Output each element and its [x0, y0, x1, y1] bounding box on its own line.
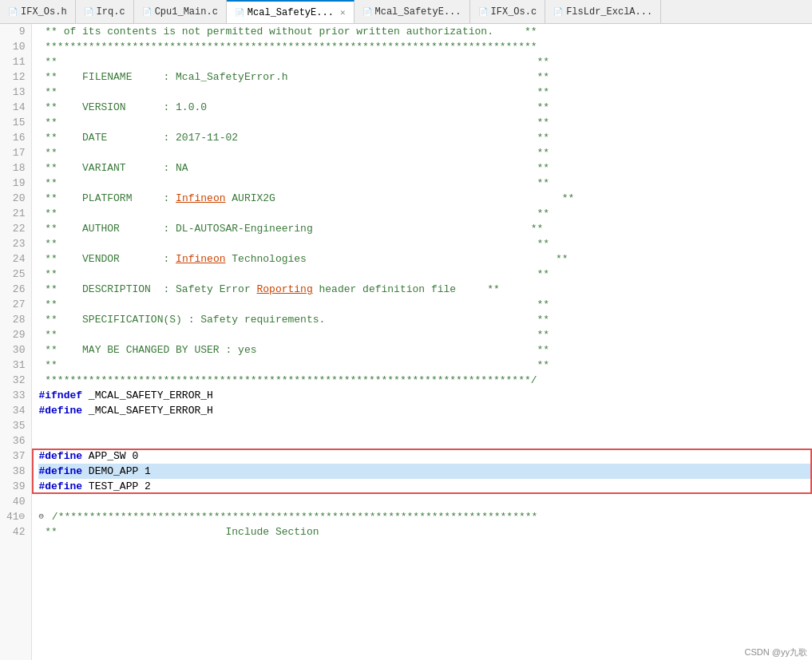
code-area: 9 10 11 12 13 14 15 16 17 18 19 20 21 22…: [0, 24, 812, 660]
tab-cpu1-main-c[interactable]: 📄 Cpu1_Main.c: [134, 0, 227, 23]
tab-irq-c[interactable]: 📄 Irq.c: [76, 0, 134, 23]
line-24-link-infineon[interactable]: Infineon: [176, 251, 225, 267]
line-15-text: ** **: [38, 115, 549, 130]
tab-label: Cpu1_Main.c: [155, 6, 218, 18]
code-line-28: ** SPECIFICATION(S) : Safety requirement…: [38, 312, 812, 327]
tab-label: Irq.c: [97, 6, 125, 18]
line-num-36: 36: [6, 433, 25, 449]
code-line-39: #define TEST_APP 2: [38, 479, 812, 494]
line-24-text: ** VENDOR :: [38, 251, 176, 267]
code-line-32: ****************************************…: [38, 373, 812, 388]
line-29-text: ** **: [38, 327, 549, 342]
tab-flsldr-excla[interactable]: 📄 FlsLdr_ExclA...: [545, 0, 661, 23]
line-41-text: /***************************************…: [46, 509, 537, 524]
line-38-nm: DEMO_APP 1: [82, 464, 151, 479]
tab-icon-h: 📄: [235, 8, 244, 18]
line-num-35: 35: [6, 418, 25, 433]
line-num-18: 18: [6, 160, 25, 176]
line-num-30: 30: [6, 342, 25, 358]
editor-container: 📄 IFX_Os.h 📄 Irq.c 📄 Cpu1_Main.c 📄 Mcal_…: [0, 0, 812, 660]
tab-bar: 📄 IFX_Os.h 📄 Irq.c 📄 Cpu1_Main.c 📄 Mcal_…: [0, 0, 812, 24]
line-num-41: 41⊖: [6, 509, 25, 524]
code-line-15: ** **: [38, 115, 812, 130]
tab-label: IFX_Os.h: [21, 6, 67, 18]
code-line-33: #ifndef _MCAL_SAFETY_ERROR_H: [38, 388, 812, 403]
line-21-text: ** **: [38, 206, 549, 221]
code-line-25: ** **: [38, 267, 812, 282]
line-num-19: 19: [6, 176, 25, 191]
line-17-text: ** **: [38, 145, 549, 160]
line-24-text2: Technologies **: [226, 251, 568, 267]
line-37-define: #define: [38, 449, 82, 464]
line-13-text: ** **: [38, 85, 549, 100]
line-num-13: 13: [6, 85, 25, 100]
line-33-nm: _MCAL_SAFETY_ERROR_H: [82, 388, 213, 403]
tab-label: Mcal_SafetyE...: [248, 7, 334, 18]
line-num-20: 20: [6, 191, 25, 206]
watermark: CSDN @yy九歌: [745, 646, 807, 658]
line-40-blank: [38, 494, 45, 509]
code-line-12: ** FILENAME : Mcal_SafetyError.h **: [38, 69, 812, 85]
line-num-33: 33: [6, 388, 25, 403]
code-line-42: ** Include Section: [38, 524, 812, 539]
line-num-38: 38: [6, 464, 25, 479]
line-32-text: ****************************************…: [38, 373, 537, 388]
line-num-29: 29: [6, 327, 25, 342]
line-9-text: ** of its contents is not permitted with…: [38, 24, 537, 39]
line-12-text: ** FILENAME : Mcal_SafetyError.h **: [38, 69, 549, 85]
line-num-21: 21: [6, 206, 25, 221]
tab-icon-c: 📄: [553, 7, 563, 17]
tab-icon-c: 📄: [478, 7, 488, 17]
line-37-nm: APP_SW 0: [82, 449, 138, 464]
code-line-19: ** **: [38, 176, 812, 191]
tab-mcal-safety-e2[interactable]: 📄 Mcal_SafetyE...: [355, 0, 470, 23]
tab-icon-h: 📄: [8, 7, 18, 17]
line-20-link-infineon[interactable]: Infineon: [176, 191, 225, 206]
code-line-29: ** **: [38, 327, 812, 342]
tab-label: IFX_Os.c: [491, 6, 537, 18]
code-content[interactable]: ** of its contents is not permitted with…: [32, 24, 812, 660]
line-num-34: 34: [6, 403, 25, 418]
line-27-text: ** **: [38, 297, 549, 312]
tab-icon-c: 📄: [84, 7, 93, 17]
tab-label: Mcal_SafetyE...: [375, 6, 461, 18]
fold-icon[interactable]: ⊖: [38, 509, 44, 524]
code-line-26: ** DESCRIPTION : Safety Error Roporting …: [38, 282, 812, 297]
code-line-36: [38, 433, 812, 449]
line-39-nm: TEST_APP 2: [82, 479, 151, 494]
tab-icon-h: 📄: [362, 7, 372, 17]
code-line-30: ** MAY BE CHANGED BY USER : yes **: [38, 342, 812, 358]
tab-mcal-safety-e-active[interactable]: 📄 Mcal_SafetyE... ✕: [227, 0, 355, 23]
line-num-17: 17: [6, 145, 25, 160]
include-section-label: Include Section: [225, 524, 319, 539]
line-20-text: ** PLATFORM :: [38, 191, 176, 206]
tab-icon-c: 📄: [142, 7, 152, 17]
line-num-24: 24: [6, 251, 25, 267]
code-line-41: ⊖ /*************************************…: [38, 509, 812, 524]
line-25-text: ** **: [38, 267, 549, 282]
tab-label: FlsLdr_ExclA...: [566, 6, 652, 18]
line-39-define: #define: [38, 479, 82, 494]
code-line-11: ** **: [38, 54, 812, 69]
line-38-define: #define: [38, 464, 82, 479]
code-line-14: ** VERSION : 1.0.0 **: [38, 100, 812, 115]
tab-close-button[interactable]: ✕: [340, 7, 346, 18]
line-num-40: 40: [6, 494, 25, 509]
code-line-20: ** PLATFORM : Infineon AURIX2G **: [38, 191, 812, 206]
line-num-26: 26: [6, 282, 25, 297]
line-28-text: ** SPECIFICATION(S) : Safety requirement…: [38, 312, 549, 327]
tab-ifx-os-c[interactable]: 📄 IFX_Os.c: [470, 0, 546, 23]
line-26-text: ** DESCRIPTION : Safety Error: [38, 282, 256, 297]
line-num-16: 16: [6, 130, 25, 145]
tab-ifx-os-h[interactable]: 📄 IFX_Os.h: [0, 0, 76, 23]
line-33-ifndef: #ifndef: [38, 388, 82, 403]
code-line-34: #define _MCAL_SAFETY_ERROR_H: [38, 403, 812, 418]
line-36-blank: [38, 433, 45, 449]
line-26-link-roporting[interactable]: Roporting: [256, 282, 312, 297]
code-line-10: ****************************************…: [38, 39, 812, 54]
line-34-define: #define: [38, 403, 82, 418]
code-line-37: #define APP_SW 0: [38, 449, 812, 464]
code-line-35: [38, 418, 812, 433]
line-26-text2: header definition file **: [313, 282, 500, 297]
line-23-text: ** **: [38, 236, 549, 251]
